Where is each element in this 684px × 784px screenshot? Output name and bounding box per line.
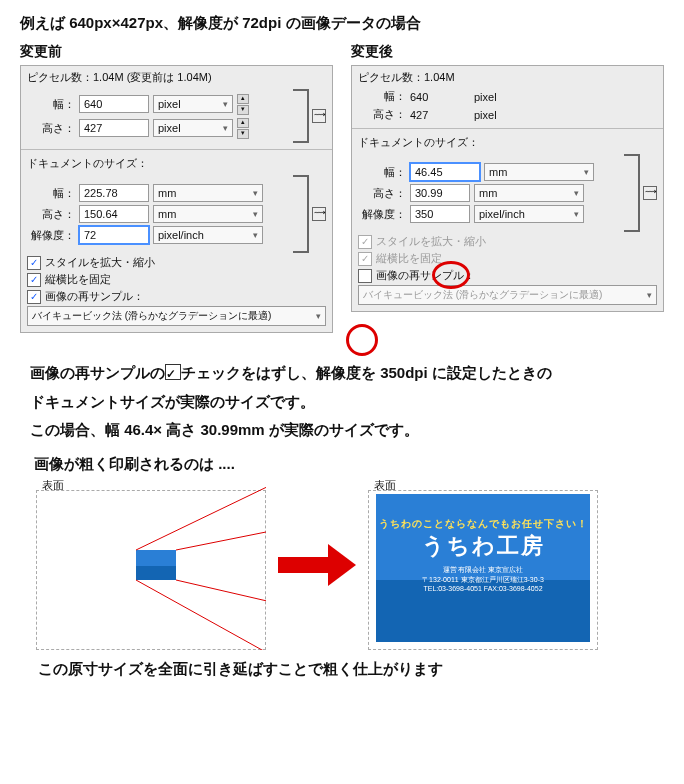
doc-height-label: 高さ： [358, 186, 406, 201]
doc-height-label: 高さ： [27, 207, 75, 222]
res-unit[interactable]: pixel/inch▾ [153, 226, 263, 244]
arrow-icon [278, 544, 356, 586]
width-unit: pixel [474, 91, 534, 103]
height-label: 高さ： [27, 121, 75, 136]
before-card: 表面 [36, 480, 266, 650]
doc-width-label: 幅： [27, 186, 75, 201]
before-pixel-line: ピクセル数：1.04M (変更前は 1.04M) [27, 70, 326, 85]
link-icon[interactable]: ⟿ [312, 109, 326, 123]
doc-size-title: ドキュメントのサイズ： [358, 135, 657, 150]
cb-resample[interactable] [358, 269, 372, 283]
width-stepper[interactable]: ▴▾ [237, 94, 249, 115]
tiny-image [136, 550, 176, 580]
cb-resample[interactable]: ✓ [27, 290, 41, 304]
cb-scale-styles-label: スタイルを拡大・縮小 [45, 255, 155, 270]
link-icon[interactable]: ⟿ [312, 207, 326, 221]
before-panel: ピクセル数：1.04M (変更前は 1.04M) 幅： 640 pixel▾ ▴… [20, 65, 333, 333]
height-stepper[interactable]: ▴▾ [237, 118, 249, 139]
doc-height-value: 30.99 [410, 184, 470, 202]
doc-height-input[interactable]: 150.64 [79, 205, 149, 223]
link-bracket [293, 89, 309, 143]
doc-width-unit[interactable]: mm▾ [153, 184, 263, 202]
highlight-circle-checkbox [346, 324, 378, 356]
explanation: 画像の再サンプルのチェックをはずし、解像度を 350dpi に設定したときの ド… [30, 359, 654, 445]
cb-scale-styles[interactable]: ✓ [27, 256, 41, 270]
section2-heading: 画像が粗く印刷されるのは .... [34, 455, 664, 474]
res-label: 解像度： [27, 228, 75, 243]
after-panel: ピクセル数：1.04M 幅： 640 pixel 高さ： 427 pixel ド… [351, 65, 664, 312]
conclusion-text: この原寸サイズを全面に引き延ばすことで粗く仕上がります [38, 660, 664, 679]
doc-width-input[interactable]: 46.45 [410, 163, 480, 181]
cb-scale-styles: ✓ [358, 235, 372, 249]
res-label: 解像度： [358, 207, 406, 222]
doc-height-unit[interactable]: mm▾ [474, 184, 584, 202]
doc-width-input[interactable]: 225.78 [79, 184, 149, 202]
width-label: 幅： [358, 89, 406, 104]
doc-width-unit[interactable]: mm▾ [484, 163, 594, 181]
width-unit-select[interactable]: pixel▾ [153, 95, 233, 113]
after-card: 表面 うちわのことならなんでもお任せ下さい！ うちわ工房 運営 有限会社 東京宣… [368, 480, 598, 650]
resample-method-select[interactable]: バイキュービック法 (滑らかなグラデーションに最適)▾ [27, 306, 326, 326]
resample-method-select: バイキュービック法 (滑らかなグラデーションに最適)▾ [358, 285, 657, 305]
height-unit: pixel [474, 109, 534, 121]
doc-height-unit[interactable]: mm▾ [153, 205, 263, 223]
cb-resample-label: 画像の再サンプル： [376, 268, 475, 283]
cb-constrain-label: 縦横比を固定 [376, 251, 442, 266]
doc-width-label: 幅： [358, 165, 406, 180]
cb-constrain: ✓ [358, 252, 372, 266]
link-bracket [624, 154, 640, 232]
height-unit-select[interactable]: pixel▾ [153, 119, 233, 137]
before-heading: 変更前 [20, 43, 333, 61]
doc-size-title: ドキュメントのサイズ： [27, 156, 326, 171]
res-value: 350 [410, 205, 470, 223]
res-unit[interactable]: pixel/inch▾ [474, 205, 584, 223]
height-value: 427 [410, 109, 470, 121]
width-label: 幅： [27, 97, 75, 112]
after-pixel-line: ピクセル数：1.04M [358, 70, 657, 85]
cb-constrain[interactable]: ✓ [27, 273, 41, 287]
after-heading: 変更後 [351, 43, 664, 61]
height-label: 高さ： [358, 107, 406, 122]
height-input[interactable]: 427 [79, 119, 149, 137]
enlarged-image: うちわのことならなんでもお任せ下さい！ うちわ工房 運営 有限会社 東京宣広社 … [376, 494, 590, 642]
cb-constrain-label: 縦横比を固定 [45, 272, 111, 287]
cb-scale-styles-label: スタイルを拡大・縮小 [376, 234, 486, 249]
res-input[interactable]: 72 [79, 226, 149, 244]
link-bracket [293, 175, 309, 253]
width-input[interactable]: 640 [79, 95, 149, 113]
intro-text: 例えば 640px×427px、解像度が 72dpi の画像データの場合 [20, 14, 664, 33]
link-icon[interactable]: ⟿ [643, 186, 657, 200]
inline-checkbox-icon [165, 364, 181, 380]
width-value: 640 [410, 91, 470, 103]
cb-resample-label: 画像の再サンプル： [45, 289, 144, 304]
